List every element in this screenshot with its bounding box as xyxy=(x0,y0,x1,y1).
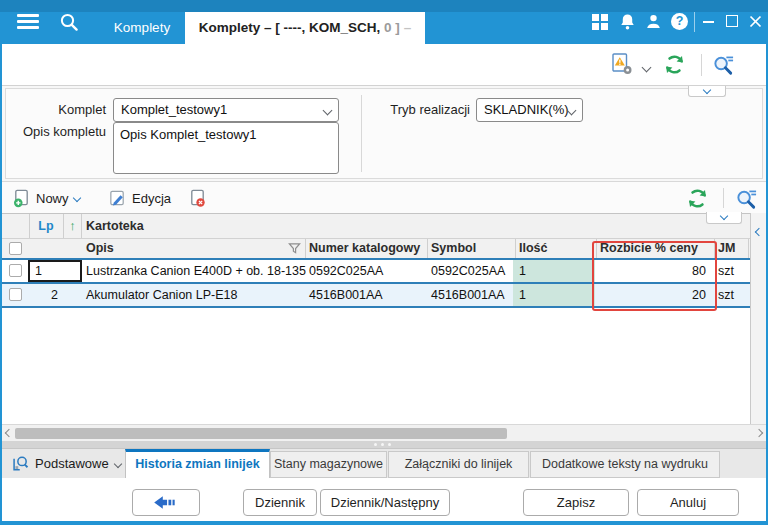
app-window: Komplety Komplety – [ ----, KOM_SCH, 0 ]… xyxy=(0,0,768,525)
delete-document-icon xyxy=(188,189,207,208)
tab-komplety[interactable]: Komplety xyxy=(96,12,188,44)
filter-funnel-icon[interactable] xyxy=(288,242,301,255)
horizontal-scrollbar[interactable] xyxy=(2,424,766,441)
column-header-symbol[interactable]: Symbol xyxy=(431,239,476,258)
grid-toolbar-collapse-handle[interactable] xyxy=(706,212,742,224)
close-button[interactable] xyxy=(749,15,762,28)
delete-button[interactable] xyxy=(182,186,213,210)
cell-opis: Lustrzanka Canion E400D + ob. 18-135 xyxy=(86,260,306,282)
column-header-lp[interactable]: Lp xyxy=(30,214,62,238)
anuluj-button[interactable]: Anuluj xyxy=(637,489,739,516)
scroll-right-arrow-icon[interactable] xyxy=(755,429,763,437)
tab-historia-zmian-linijek[interactable]: Historia zmian linijek xyxy=(125,449,270,479)
notifications-bell-icon[interactable] xyxy=(619,13,636,31)
document-settings-dropdown-chevron-icon[interactable] xyxy=(642,63,652,73)
search-icon[interactable] xyxy=(59,12,79,32)
tab-zalaczniki-do-linijek[interactable]: Załączniki do linijek xyxy=(388,451,529,478)
scroll-left-arrow-icon[interactable] xyxy=(5,429,13,437)
view-selector-label: Podstawowe xyxy=(35,456,109,471)
new-dropdown-chevron-icon xyxy=(72,194,80,202)
grid-toolbar: Nowy Edycja xyxy=(2,181,766,213)
window-border-left xyxy=(0,44,2,525)
tab-komplety-active[interactable]: Komplety – [ ----, KOM_SCH, 0 ] – xyxy=(185,12,425,44)
footer-button-bar: Dziennik Dziennik/Następny Zapisz Anuluj xyxy=(2,478,766,521)
column-header-ilosc[interactable]: Ilość xyxy=(519,239,548,258)
komplet-combobox[interactable]: Komplet_testowy1 xyxy=(113,98,339,122)
cell-symbol: 4516B001AA xyxy=(431,284,505,306)
title-bar: Komplety Komplety – [ ----, KOM_SCH, 0 ]… xyxy=(0,0,768,44)
help-icon[interactable]: ? xyxy=(671,13,688,30)
hamburger-menu-icon[interactable] xyxy=(17,14,39,30)
back-arrow-icon xyxy=(153,495,179,510)
grid-search-filter-icon[interactable] xyxy=(735,187,758,210)
opis-kompletu-label: Opis kompletu xyxy=(6,122,106,146)
toolbar-separator xyxy=(701,54,702,76)
user-icon[interactable] xyxy=(645,13,662,30)
dziennik-button[interactable]: Dziennik xyxy=(243,489,317,516)
cell-lp: 2 xyxy=(30,284,58,306)
cell-numer: 0592C025AA xyxy=(309,260,383,282)
panel-collapse-handle[interactable] xyxy=(688,86,726,97)
focused-cell[interactable]: 1 xyxy=(28,260,82,282)
column-group-kartoteka[interactable]: Kartoteka xyxy=(86,214,144,238)
collapse-left-chevron-icon[interactable] xyxy=(755,228,763,236)
komplet-label: Komplet xyxy=(6,98,106,122)
tryb-realizacji-value: SKLADNIK(%) xyxy=(484,102,569,117)
zapisz-button[interactable]: Zapisz xyxy=(523,489,629,516)
grid-refresh-icon[interactable] xyxy=(686,187,709,210)
cell-ilosc: 1 xyxy=(513,260,595,282)
splitter-grip-icon xyxy=(374,443,391,446)
top-toolbar xyxy=(2,44,766,86)
row-checkbox[interactable] xyxy=(9,264,22,277)
cell-numer: 4516B001AA xyxy=(309,284,383,306)
cell-symbol: 0592C025AA xyxy=(431,260,505,282)
komplet-form-panel: Komplet Komplet_testowy1 Opis kompletu O… xyxy=(5,88,763,179)
tab-dodatkowe-teksty-na-wydruku[interactable]: Dodatkowe teksty na wydruku xyxy=(530,451,720,478)
bottom-tab-bar: Podstawowe Historia zmian linijek Stany … xyxy=(2,448,766,478)
tryb-realizacji-combobox[interactable]: SKLADNIK(%) xyxy=(476,98,583,122)
edit-button-label: Edycja xyxy=(132,191,171,206)
titlebar-separator xyxy=(694,12,695,32)
view-selector-podstawowe[interactable]: Podstawowe xyxy=(8,449,125,478)
panel-splitter[interactable] xyxy=(2,441,766,448)
edit-button[interactable]: Edycja xyxy=(102,186,177,210)
row-checkbox[interactable] xyxy=(9,288,22,301)
grid-group-header-row: Lp ↑ Kartoteka xyxy=(0,214,750,239)
search-filter-icon[interactable] xyxy=(712,53,735,76)
document-settings-warning-icon[interactable] xyxy=(610,52,633,76)
minimize-button[interactable] xyxy=(703,10,719,34)
tryb-realizacji-label: Tryb realizacji xyxy=(364,98,470,122)
select-all-checkbox[interactable] xyxy=(9,242,22,255)
sort-ascending-icon[interactable]: ↑ xyxy=(64,214,81,238)
view-layout-search-icon xyxy=(12,455,29,472)
view-selector-chevron-icon xyxy=(113,459,121,467)
cell-lp: 1 xyxy=(35,264,42,278)
tab-stany-magazynowe[interactable]: Stany magazynowe xyxy=(270,451,387,478)
back-button[interactable] xyxy=(132,489,200,516)
rozbicie-column-highlight-annotation xyxy=(592,241,717,311)
komplet-value: Komplet_testowy1 xyxy=(121,102,227,117)
right-collapse-strip[interactable] xyxy=(750,213,766,424)
refresh-icon[interactable] xyxy=(663,53,686,76)
column-header-opis[interactable]: Opis xyxy=(86,239,114,258)
cell-jm: szt xyxy=(718,260,734,282)
scrollbar-thumb[interactable] xyxy=(15,428,507,439)
cell-opis: Akumulator Canion LP-E18 xyxy=(86,284,237,306)
apps-grid-icon[interactable] xyxy=(592,14,608,30)
grid-toolbar-separator xyxy=(723,188,724,208)
active-tab-title-muted: 0 ] xyxy=(380,20,400,35)
new-button[interactable]: Nowy xyxy=(6,186,86,210)
cell-jm: szt xyxy=(718,284,734,306)
window-border-bottom xyxy=(0,521,768,525)
komplet-dropdown-chevron-icon xyxy=(323,106,333,116)
column-header-jm[interactable]: JM xyxy=(718,239,735,258)
form-divider xyxy=(361,95,362,172)
cell-ilosc: 1 xyxy=(513,284,595,306)
opis-kompletu-textarea[interactable]: Opis Komplet_testowy1 xyxy=(113,122,339,174)
maximize-button[interactable] xyxy=(726,13,742,31)
components-grid: Lp ↑ Kartoteka Opis Numer katalogowy Sym… xyxy=(0,213,750,424)
column-header-numer-katalogowy[interactable]: Numer katalogowy xyxy=(309,239,420,258)
dziennik-nastepny-button[interactable]: Dziennik/Następny xyxy=(320,489,450,516)
new-button-label: Nowy xyxy=(36,191,69,206)
active-tab-title-trail: – xyxy=(400,20,411,35)
